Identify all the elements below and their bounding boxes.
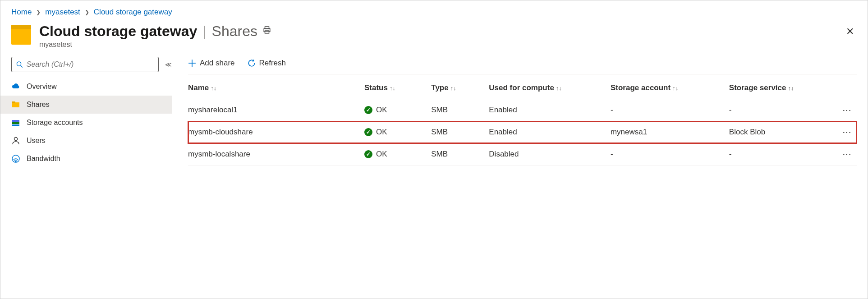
page-title: Cloud storage gateway — [39, 23, 197, 40]
cell-service: - — [729, 99, 827, 121]
cell-type: SMB — [431, 99, 489, 121]
svg-point-12 — [15, 161, 16, 162]
page-header: Cloud storage gateway | Shares myasetest… — [0, 23, 868, 57]
content-area: Add share Refresh Name↑↓ Status↑↓ Type↑↓… — [172, 57, 868, 168]
wifi-icon — [11, 154, 20, 163]
column-service[interactable]: Storage service — [729, 83, 786, 92]
search-input[interactable] — [27, 60, 154, 69]
sidebar-item-label: Overview — [27, 83, 57, 91]
cell-status: ✓OK — [364, 150, 427, 159]
more-actions-button[interactable]: ⋯ — [842, 149, 852, 159]
column-type[interactable]: Type — [431, 83, 448, 92]
svg-rect-8 — [12, 122, 19, 124]
cell-name: mysharelocal1 — [188, 99, 364, 121]
cell-compute: Enabled — [489, 99, 611, 121]
chevron-right-icon: ❯ — [36, 9, 41, 15]
sidebar-item-overview[interactable]: Overview — [11, 78, 172, 96]
svg-line-4 — [21, 65, 23, 67]
sidebar-item-label: Shares — [27, 101, 50, 109]
chevron-right-icon: ❯ — [85, 9, 89, 15]
check-icon: ✓ — [364, 106, 372, 114]
search-icon — [16, 61, 23, 68]
sidebar: ≪ OverviewSharesStorage accountsUsersBan… — [11, 57, 172, 168]
sidebar-item-storage-accounts[interactable]: Storage accounts — [11, 114, 172, 132]
collapse-sidebar-button[interactable]: ≪ — [165, 61, 172, 68]
sidebar-item-users[interactable]: Users — [11, 132, 172, 150]
sidebar-item-label: Users — [27, 137, 46, 145]
close-button[interactable]: ✕ — [843, 23, 857, 40]
cloud-icon — [11, 82, 20, 91]
sort-icon[interactable]: ↑↓ — [450, 85, 456, 92]
sidebar-item-bandwidth[interactable]: Bandwidth — [11, 150, 172, 168]
breadcrumb: Home ❯ myasetest ❯ Cloud storage gateway — [0, 0, 868, 23]
cell-status: ✓OK — [364, 128, 427, 137]
sort-icon[interactable]: ↑↓ — [556, 85, 562, 92]
cell-type: SMB — [431, 121, 489, 143]
add-share-label: Add share — [200, 59, 235, 68]
storage-icon — [11, 118, 20, 127]
sort-icon[interactable]: ↑↓ — [672, 85, 678, 92]
breadcrumb-home[interactable]: Home — [11, 8, 32, 17]
svg-rect-7 — [12, 120, 19, 122]
table-row[interactable]: mysmb-cloudshare✓OKSMBEnabledmynewsa1Blo… — [188, 121, 857, 143]
toolbar: Add share Refresh — [188, 57, 857, 74]
resource-name: myasetest — [39, 41, 843, 49]
breadcrumb-feature[interactable]: Cloud storage gateway — [94, 8, 172, 17]
folder-icon — [11, 100, 20, 109]
print-icon[interactable] — [263, 26, 271, 37]
cell-compute: Disabled — [489, 143, 611, 166]
sort-icon[interactable]: ↑↓ — [211, 85, 216, 92]
table-row[interactable]: mysmb-localshare✓OKSMBDisabled--⋯ — [188, 143, 857, 166]
page-section: Shares — [212, 23, 257, 40]
sort-icon[interactable]: ↑↓ — [788, 85, 794, 92]
title-separator: | — [202, 23, 206, 40]
table-row[interactable]: mysharelocal1✓OKSMBEnabled--⋯ — [188, 99, 857, 121]
user-icon — [11, 136, 20, 145]
check-icon: ✓ — [364, 150, 372, 158]
refresh-icon — [248, 59, 256, 67]
cell-service: Block Blob — [729, 121, 827, 143]
sidebar-item-shares[interactable]: Shares — [0, 96, 172, 114]
column-name[interactable]: Name — [188, 83, 209, 92]
more-actions-button[interactable]: ⋯ — [842, 127, 852, 137]
sidebar-item-label: Bandwidth — [27, 155, 60, 163]
column-compute[interactable]: Used for compute — [489, 83, 554, 92]
cell-status: ✓OK — [364, 106, 427, 115]
svg-rect-5 — [12, 102, 19, 107]
sort-icon[interactable]: ↑↓ — [390, 85, 395, 92]
column-status[interactable]: Status — [364, 83, 388, 92]
cell-compute: Enabled — [489, 121, 611, 143]
shares-table: Name↑↓ Status↑↓ Type↑↓ Used for compute↑… — [188, 77, 857, 166]
cell-name: mysmb-cloudshare — [188, 121, 364, 143]
svg-point-3 — [17, 62, 21, 66]
cell-account: - — [611, 143, 729, 166]
plus-icon — [188, 59, 196, 67]
more-actions-button[interactable]: ⋯ — [842, 105, 852, 115]
refresh-label: Refresh — [259, 59, 286, 68]
svg-rect-9 — [12, 124, 19, 126]
cell-service: - — [729, 143, 827, 166]
refresh-button[interactable]: Refresh — [248, 59, 286, 68]
search-input-wrapper[interactable] — [11, 57, 159, 72]
cell-account: mynewsa1 — [611, 121, 729, 143]
folder-icon — [11, 25, 31, 45]
svg-rect-6 — [12, 101, 15, 103]
cell-name: mysmb-localshare — [188, 143, 364, 166]
cell-account: - — [611, 99, 729, 121]
check-icon: ✓ — [364, 128, 372, 136]
cell-type: SMB — [431, 143, 489, 166]
sidebar-item-label: Storage accounts — [27, 119, 83, 127]
svg-point-10 — [14, 138, 18, 141]
breadcrumb-resource[interactable]: myasetest — [45, 8, 80, 17]
add-share-button[interactable]: Add share — [188, 59, 235, 68]
column-account[interactable]: Storage account — [611, 83, 671, 92]
